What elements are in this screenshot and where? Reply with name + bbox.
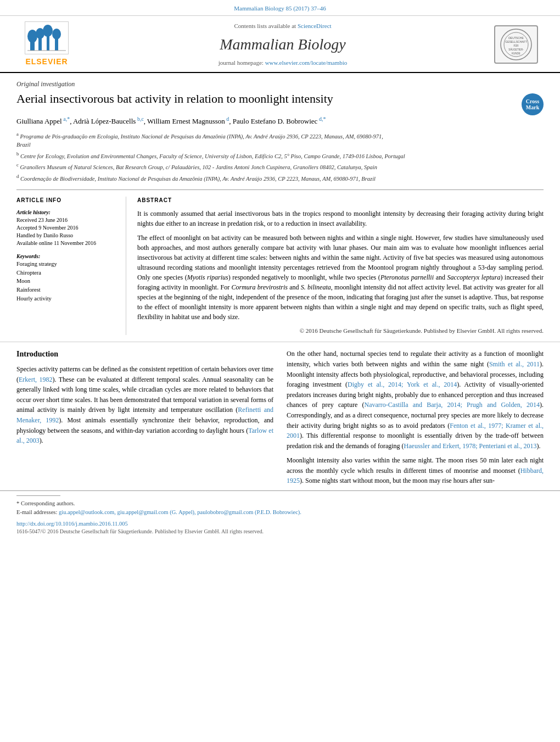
affiliation-b: b Centre for Ecology, Evolution and Envi… (16, 150, 544, 160)
article-type: Original investigation (16, 80, 544, 89)
journal-header: ELSEVIER Contents lists available at Sci… (0, 16, 560, 73)
accepted-date: Accepted 9 November 2016 (16, 224, 117, 232)
email-footnote: E-mail addresses: giu.appel@outlook.com,… (16, 508, 544, 517)
journal-center-block: Contents lists available at ScienceDirec… (77, 22, 489, 67)
footnotes-section: * Corresponding authors. E-mail addresse… (0, 490, 560, 517)
svg-text:KUNDE: KUNDE (512, 52, 520, 55)
keywords-list: Foraging strategy Chiroptera Moon Rainfo… (16, 260, 117, 303)
svg-rect-2 (38, 38, 42, 51)
article-info-abstract-grid: ARTICLE INFO Article history: Received 2… (16, 189, 544, 336)
keywords-label: Keywords: (16, 253, 117, 260)
abstract-para2: The effect of moonlight on bat activity … (137, 233, 544, 322)
abstract-para1: It is commonly assumed that aerial insec… (137, 209, 544, 228)
article-content: Original investigation Aerial insectivor… (0, 73, 560, 336)
svg-point-1 (27, 30, 37, 43)
elsevier-brand-label: ELSEVIER (25, 57, 68, 68)
svg-point-5 (43, 25, 53, 37)
svg-point-7 (52, 29, 61, 40)
intro-para1: Species activity patterns can be defined… (16, 364, 273, 446)
intro-right-column: On the other hand, nocturnal species ten… (287, 349, 544, 490)
society-emblem-icon: DEUTSCHE GESELLSCHAFT FÜR SÄUGETIER- KUN… (497, 28, 535, 61)
elsevier-logo-block: ELSEVIER (16, 21, 77, 68)
copyright-notice: © 2016 Deutsche Gesellschaft für Säugeti… (137, 326, 544, 336)
handled-by: Handled by Danilo Russo (16, 232, 117, 239)
available-online: Available online 11 November 2016 (16, 239, 117, 247)
doi-url[interactable]: http://dx.doi.org/10.1016/j.mambio.2016.… (16, 520, 544, 528)
article-title: Aerial insectivorous bat activity in rel… (16, 91, 516, 107)
keyword-foraging: Foraging strategy (16, 260, 117, 269)
article-info-column: ARTICLE INFO Article history: Received 2… (16, 197, 126, 336)
intro-para3: Moonlight intensity also varies within t… (287, 455, 544, 486)
journal-title: Mammalian Biology (77, 34, 489, 55)
affiliations-block: a Programa de Pós-graduação em Ecologia,… (16, 131, 544, 183)
homepage-url[interactable]: www.elsevier.com/locate/mambio (265, 59, 348, 66)
intro-para2: On the other hand, nocturnal species ten… (287, 349, 544, 451)
abstract-column: ABSTRACT It is commonly assumed that aer… (137, 197, 544, 336)
crossmark-block: CrossMark (522, 93, 544, 115)
sciencedirect-link[interactable]: ScienceDirect (298, 23, 332, 29)
section-divider (0, 342, 560, 342)
intro-left-column: Introduction Species activity patterns c… (16, 349, 273, 490)
corresponding-note: * Corresponding authors. (16, 499, 544, 508)
abstract-text: It is commonly assumed that aerial insec… (137, 209, 544, 336)
issn-copyright: 1616-5047/© 2016 Deutsche Gesellschaft f… (16, 528, 544, 535)
affiliation-c: c Granollers Museum of Natural Sciences,… (16, 161, 544, 171)
keyword-hourly: Hourly activity (16, 295, 117, 303)
society-logo-block: DEUTSCHE GESELLSCHAFT FÜR SÄUGETIER- KUN… (489, 25, 544, 64)
journal-homepage: journal homepage: www.elsevier.com/locat… (77, 59, 489, 67)
received-date: Received 23 June 2016 (16, 216, 117, 224)
keywords-group: Keywords: Foraging strategy Chiroptera M… (16, 253, 117, 303)
email-addresses[interactable]: giu.appel@outlook.com, giu.appel@gmail.c… (59, 509, 301, 515)
intro-left-text: Species activity patterns can be defined… (16, 364, 273, 446)
footnote-divider (16, 495, 60, 496)
keyword-chiroptera: Chiroptera (16, 269, 117, 277)
elsevier-tree-icon (27, 24, 66, 52)
elsevier-logo-image (25, 21, 69, 54)
society-logo-image: DEUTSCHE GESELLSCHAFT FÜR SÄUGETIER- KUN… (494, 25, 538, 64)
affiliation-d: d Coordenação de Biodiversidade, Institu… (16, 173, 544, 183)
svg-text:DEUTSCHE: DEUTSCHE (508, 36, 524, 40)
svg-rect-4 (47, 35, 49, 51)
authors-line: Giulliana Appel a,*, Adrià López-Baucell… (16, 115, 544, 127)
svg-text:GESELLSCHAFT: GESELLSCHAFT (505, 40, 527, 43)
svg-text:FÜR: FÜR (513, 44, 519, 47)
svg-rect-6 (55, 38, 58, 51)
article-history: Article history: Received 23 June 2016 A… (16, 209, 117, 247)
crossmark-icon: CrossMark (522, 93, 544, 115)
svg-text:SÄUGETIER-: SÄUGETIER- (508, 48, 524, 51)
abstract-heading: ABSTRACT (137, 197, 544, 204)
intro-right-text: On the other hand, nocturnal species ten… (287, 349, 544, 486)
doi-section: http://dx.doi.org/10.1016/j.mambio.2016.… (0, 517, 560, 538)
affiliation-a: a Programa de Pós-graduação em Ecologia,… (16, 131, 544, 149)
contents-available: Contents lists available at ScienceDirec… (77, 22, 489, 30)
top-bar: Mammalian Biology 85 (2017) 37–46 (0, 0, 560, 16)
article-info-heading: ARTICLE INFO (16, 197, 117, 204)
keyword-rainforest: Rainforest (16, 286, 117, 294)
journal-citation-link[interactable]: Mammalian Biology 85 (2017) 37–46 (234, 5, 326, 12)
keyword-moon: Moon (16, 277, 117, 286)
history-label: Article history: (16, 209, 117, 216)
intro-heading: Introduction (16, 349, 273, 360)
introduction-section: Introduction Species activity patterns c… (0, 349, 560, 490)
